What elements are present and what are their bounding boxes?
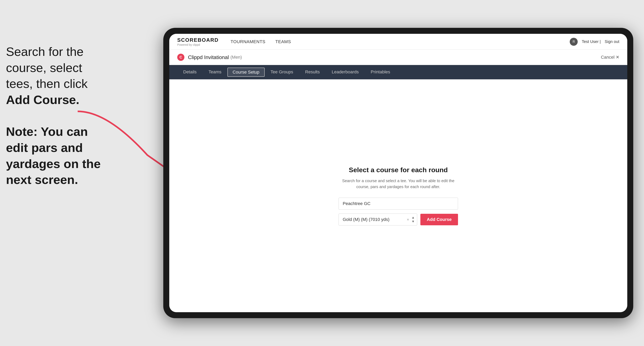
tee-selected-value: Gold (M) (M) (7010 yds) bbox=[343, 217, 390, 222]
annotation-line2: course, select bbox=[6, 61, 82, 75]
section-title: Select a course for each round bbox=[338, 166, 458, 174]
tee-select-wrapper[interactable]: Gold (M) (M) (7010 yds) × ▲ ▼ bbox=[338, 213, 417, 225]
main-content: Select a course for each round Search fo… bbox=[169, 79, 627, 312]
tournament-gender: (Men) bbox=[230, 55, 242, 60]
tab-results[interactable]: Results bbox=[299, 65, 326, 79]
tee-select-row: Gold (M) (M) (7010 yds) × ▲ ▼ Add Course bbox=[338, 213, 458, 225]
tournament-icon: C bbox=[177, 54, 184, 61]
course-search-input[interactable] bbox=[338, 198, 458, 210]
sub-navigation: Details Teams Course Setup Tee Groups Re… bbox=[169, 65, 627, 79]
tee-select-controls: ▲ ▼ bbox=[412, 216, 414, 223]
annotation-line1: Search for the bbox=[6, 45, 84, 58]
annotation-note4: next screen. bbox=[6, 173, 78, 186]
annotation-line3: tees, then click bbox=[6, 77, 88, 90]
cancel-button[interactable]: Cancel ✕ bbox=[601, 55, 619, 60]
tab-tee-groups[interactable]: Tee Groups bbox=[265, 65, 299, 79]
tab-leaderboards[interactable]: Leaderboards bbox=[326, 65, 365, 79]
tournament-header: C Clippd Invitational (Men) Cancel ✕ bbox=[169, 50, 627, 65]
logo-area: SCOREBOARD Powered by clippd bbox=[177, 37, 219, 46]
tab-details[interactable]: Details bbox=[177, 65, 202, 79]
logo-subtitle: Powered by clippd bbox=[177, 43, 219, 46]
top-navbar: SCOREBOARD Powered by clippd TOURNAMENTS… bbox=[169, 34, 627, 50]
course-select-section: Select a course for each round Search fo… bbox=[338, 166, 458, 225]
tee-arrow-up-icon[interactable]: ▲ bbox=[412, 216, 414, 219]
tablet-screen: SCOREBOARD Powered by clippd TOURNAMENTS… bbox=[169, 34, 627, 312]
page-wrapper: Search for the course, select tees, then… bbox=[0, 0, 644, 346]
tablet-device: SCOREBOARD Powered by clippd TOURNAMENTS… bbox=[163, 28, 633, 318]
tee-clear-button[interactable]: × bbox=[407, 217, 409, 222]
tab-printables[interactable]: Printables bbox=[364, 65, 396, 79]
section-description: Search for a course and select a tee. Yo… bbox=[338, 178, 458, 190]
tournament-title: Clippd Invitational bbox=[188, 54, 229, 60]
nav-teams[interactable]: TEAMS bbox=[276, 39, 291, 44]
user-info: Test User | bbox=[582, 39, 600, 44]
tab-teams[interactable]: Teams bbox=[202, 65, 228, 79]
top-right-area: R Test User | Sign out bbox=[570, 38, 619, 46]
nav-tournaments[interactable]: TOURNAMENTS bbox=[230, 39, 266, 44]
user-avatar: R bbox=[570, 38, 578, 46]
main-nav: TOURNAMENTS TEAMS bbox=[230, 39, 291, 44]
tab-course-setup[interactable]: Course Setup bbox=[228, 68, 265, 77]
add-course-button[interactable]: Add Course bbox=[420, 214, 458, 225]
sign-out-button[interactable]: Sign out bbox=[605, 39, 619, 44]
logo-title: SCOREBOARD bbox=[177, 37, 219, 43]
tee-arrow-down-icon[interactable]: ▼ bbox=[412, 220, 414, 223]
